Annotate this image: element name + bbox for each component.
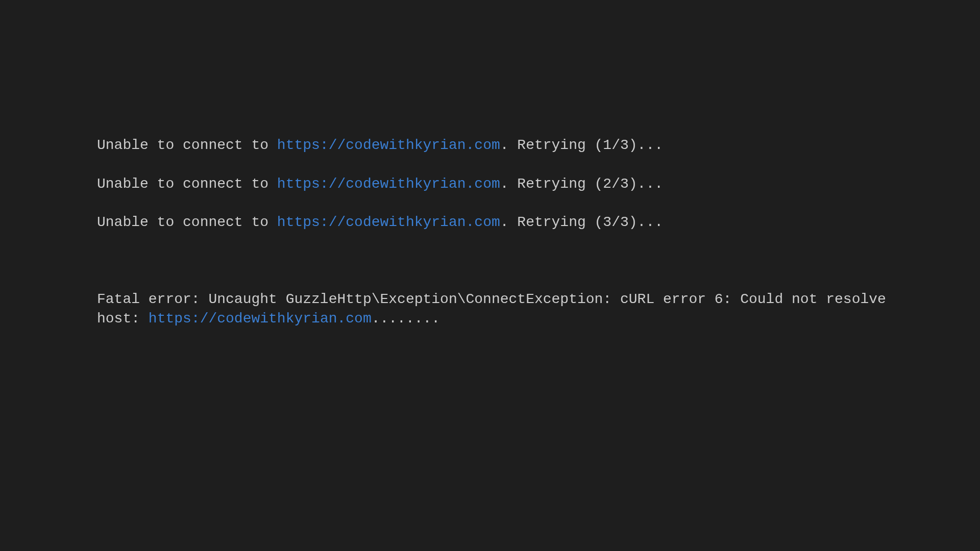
retry-line: Unable to connect to https://codewithkyr… [97,174,929,194]
retry-line: Unable to connect to https://codewithkyr… [97,213,929,232]
terminal-output: Unable to connect to https://codewithkyr… [0,116,980,348]
retry-suffix: . Retrying (1/3)... [500,137,663,153]
url-link[interactable]: https://codewithkyrian.com [149,311,372,327]
url-link[interactable]: https://codewithkyrian.com [277,214,500,230]
fatal-error-suffix: ........ [372,311,440,327]
retry-line: Unable to connect to https://codewithkyr… [97,136,929,155]
blank-line [97,252,929,271]
retry-suffix: . Retrying (2/3)... [500,176,663,192]
retry-suffix: . Retrying (3/3)... [500,214,663,230]
retry-prefix: Unable to connect to [97,137,277,153]
retry-prefix: Unable to connect to [97,214,277,230]
fatal-error-line: Fatal error: Uncaught GuzzleHttp\Excepti… [97,290,929,329]
url-link[interactable]: https://codewithkyrian.com [277,137,500,153]
retry-prefix: Unable to connect to [97,176,277,192]
url-link[interactable]: https://codewithkyrian.com [277,176,500,192]
